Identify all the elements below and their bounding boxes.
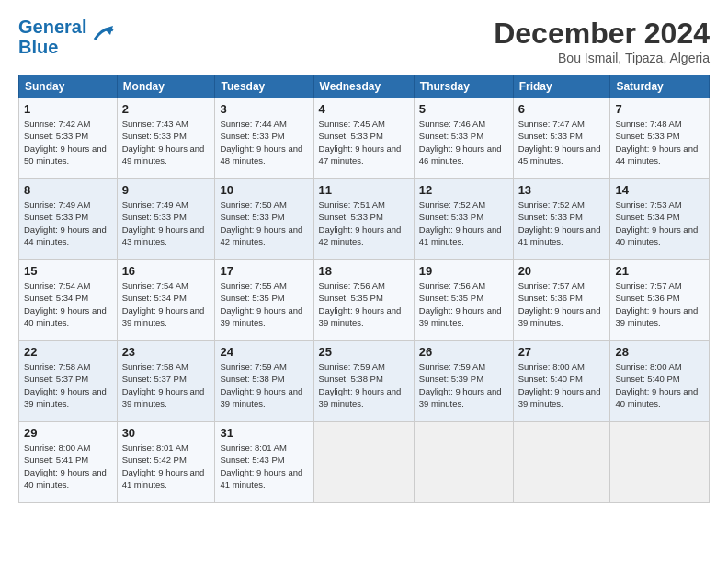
day-info: Sunrise: 7:54 AMSunset: 5:34 PMDaylight:… xyxy=(24,280,112,328)
calendar-cell: 27 Sunrise: 8:00 AMSunset: 5:40 PMDaylig… xyxy=(513,341,610,422)
day-info: Sunrise: 7:53 AMSunset: 5:34 PMDaylight:… xyxy=(615,199,704,247)
day-number: 21 xyxy=(615,264,704,278)
day-number: 9 xyxy=(122,183,210,197)
day-number: 3 xyxy=(220,102,308,116)
calendar-cell xyxy=(610,422,710,503)
calendar-body: 1 Sunrise: 7:42 AMSunset: 5:33 PMDayligh… xyxy=(19,98,710,503)
calendar-cell xyxy=(513,422,610,503)
week-row-5: 29 Sunrise: 8:00 AMSunset: 5:41 PMDaylig… xyxy=(19,422,710,503)
week-row-1: 1 Sunrise: 7:42 AMSunset: 5:33 PMDayligh… xyxy=(19,98,710,179)
week-row-2: 8 Sunrise: 7:49 AMSunset: 5:33 PMDayligh… xyxy=(19,179,710,260)
calendar-cell: 9 Sunrise: 7:49 AMSunset: 5:33 PMDayligh… xyxy=(117,179,215,260)
calendar-cell: 30 Sunrise: 8:01 AMSunset: 5:42 PMDaylig… xyxy=(117,422,215,503)
day-number: 20 xyxy=(518,264,606,278)
calendar-cell: 16 Sunrise: 7:54 AMSunset: 5:34 PMDaylig… xyxy=(117,260,215,341)
calendar-cell: 29 Sunrise: 8:00 AMSunset: 5:41 PMDaylig… xyxy=(19,422,118,503)
day-number: 30 xyxy=(122,426,210,440)
day-number: 5 xyxy=(419,102,508,116)
header-friday: Friday xyxy=(513,75,610,98)
day-info: Sunrise: 7:57 AMSunset: 5:36 PMDaylight:… xyxy=(615,280,704,328)
day-info: Sunrise: 7:57 AMSunset: 5:36 PMDaylight:… xyxy=(518,280,606,328)
day-info: Sunrise: 7:51 AMSunset: 5:33 PMDaylight:… xyxy=(319,199,409,247)
calendar-cell: 21 Sunrise: 7:57 AMSunset: 5:36 PMDaylig… xyxy=(610,260,710,341)
day-info: Sunrise: 7:49 AMSunset: 5:33 PMDaylight:… xyxy=(122,199,210,247)
day-number: 25 xyxy=(319,345,409,359)
day-number: 19 xyxy=(419,264,508,278)
day-info: Sunrise: 8:00 AMSunset: 5:40 PMDaylight:… xyxy=(518,361,606,409)
header: General Blue December 2024 Bou Ismail, T… xyxy=(18,17,710,65)
week-row-3: 15 Sunrise: 7:54 AMSunset: 5:34 PMDaylig… xyxy=(19,260,710,341)
calendar-cell: 28 Sunrise: 8:00 AMSunset: 5:40 PMDaylig… xyxy=(610,341,710,422)
title-block: December 2024 Bou Ismail, Tipaza, Algeri… xyxy=(494,17,710,65)
day-number: 18 xyxy=(319,264,409,278)
page: General Blue December 2024 Bou Ismail, T… xyxy=(0,0,728,512)
day-number: 27 xyxy=(518,345,606,359)
day-number: 22 xyxy=(24,345,112,359)
day-info: Sunrise: 7:52 AMSunset: 5:33 PMDaylight:… xyxy=(419,199,508,247)
day-number: 28 xyxy=(615,345,704,359)
day-info: Sunrise: 8:00 AMSunset: 5:40 PMDaylight:… xyxy=(615,361,704,409)
header-tuesday: Tuesday xyxy=(215,75,313,98)
calendar-cell: 22 Sunrise: 7:58 AMSunset: 5:37 PMDaylig… xyxy=(19,341,118,422)
day-number: 6 xyxy=(518,102,606,116)
calendar-table: Sunday Monday Tuesday Wednesday Thursday… xyxy=(18,75,710,503)
day-number: 26 xyxy=(419,345,508,359)
header-wednesday: Wednesday xyxy=(313,75,414,98)
calendar-cell: 12 Sunrise: 7:52 AMSunset: 5:33 PMDaylig… xyxy=(414,179,513,260)
day-info: Sunrise: 7:59 AMSunset: 5:38 PMDaylight:… xyxy=(220,361,308,409)
logo-text: General Blue xyxy=(18,17,118,57)
day-number: 16 xyxy=(122,264,210,278)
day-info: Sunrise: 8:01 AMSunset: 5:42 PMDaylight:… xyxy=(122,442,210,490)
weekday-header-row: Sunday Monday Tuesday Wednesday Thursday… xyxy=(19,75,710,98)
calendar-cell: 7 Sunrise: 7:48 AMSunset: 5:33 PMDayligh… xyxy=(610,98,710,179)
day-number: 31 xyxy=(220,426,308,440)
day-number: 23 xyxy=(122,345,210,359)
calendar-cell: 18 Sunrise: 7:56 AMSunset: 5:35 PMDaylig… xyxy=(313,260,414,341)
day-number: 13 xyxy=(518,183,606,197)
day-info: Sunrise: 8:01 AMSunset: 5:43 PMDaylight:… xyxy=(220,442,308,490)
day-info: Sunrise: 7:42 AMSunset: 5:33 PMDaylight:… xyxy=(24,118,112,167)
logo: General Blue xyxy=(18,17,118,57)
calendar-cell: 13 Sunrise: 7:52 AMSunset: 5:33 PMDaylig… xyxy=(513,179,610,260)
calendar-cell: 2 Sunrise: 7:43 AMSunset: 5:33 PMDayligh… xyxy=(117,98,215,179)
calendar-cell: 11 Sunrise: 7:51 AMSunset: 5:33 PMDaylig… xyxy=(313,179,414,260)
location-subtitle: Bou Ismail, Tipaza, Algeria xyxy=(494,51,710,65)
day-number: 2 xyxy=(122,102,210,116)
calendar-cell: 5 Sunrise: 7:46 AMSunset: 5:33 PMDayligh… xyxy=(414,98,513,179)
day-info: Sunrise: 7:47 AMSunset: 5:33 PMDaylight:… xyxy=(518,118,606,167)
day-info: Sunrise: 7:56 AMSunset: 5:35 PMDaylight:… xyxy=(419,280,508,328)
day-number: 12 xyxy=(419,183,508,197)
day-info: Sunrise: 7:54 AMSunset: 5:34 PMDaylight:… xyxy=(122,280,210,328)
day-number: 17 xyxy=(220,264,308,278)
calendar-cell: 23 Sunrise: 7:58 AMSunset: 5:37 PMDaylig… xyxy=(117,341,215,422)
calendar-cell: 31 Sunrise: 8:01 AMSunset: 5:43 PMDaylig… xyxy=(215,422,313,503)
day-info: Sunrise: 7:46 AMSunset: 5:33 PMDaylight:… xyxy=(419,118,508,167)
calendar-cell: 20 Sunrise: 7:57 AMSunset: 5:36 PMDaylig… xyxy=(513,260,610,341)
day-info: Sunrise: 7:43 AMSunset: 5:33 PMDaylight:… xyxy=(122,118,210,167)
calendar-cell: 4 Sunrise: 7:45 AMSunset: 5:33 PMDayligh… xyxy=(313,98,414,179)
calendar-cell xyxy=(414,422,513,503)
calendar-cell: 25 Sunrise: 7:59 AMSunset: 5:38 PMDaylig… xyxy=(313,341,414,422)
day-number: 10 xyxy=(220,183,308,197)
header-sunday: Sunday xyxy=(19,75,118,98)
day-info: Sunrise: 7:50 AMSunset: 5:33 PMDaylight:… xyxy=(220,199,308,247)
logo-icon xyxy=(90,21,118,49)
day-info: Sunrise: 7:59 AMSunset: 5:39 PMDaylight:… xyxy=(419,361,508,409)
calendar-cell xyxy=(313,422,414,503)
day-number: 11 xyxy=(319,183,409,197)
day-info: Sunrise: 8:00 AMSunset: 5:41 PMDaylight:… xyxy=(24,442,112,490)
day-number: 14 xyxy=(615,183,704,197)
calendar-cell: 26 Sunrise: 7:59 AMSunset: 5:39 PMDaylig… xyxy=(414,341,513,422)
calendar-cell: 3 Sunrise: 7:44 AMSunset: 5:33 PMDayligh… xyxy=(215,98,313,179)
day-info: Sunrise: 7:58 AMSunset: 5:37 PMDaylight:… xyxy=(122,361,210,409)
calendar-cell: 8 Sunrise: 7:49 AMSunset: 5:33 PMDayligh… xyxy=(19,179,118,260)
day-info: Sunrise: 7:55 AMSunset: 5:35 PMDaylight:… xyxy=(220,280,308,328)
header-thursday: Thursday xyxy=(414,75,513,98)
day-number: 4 xyxy=(319,102,409,116)
calendar-cell: 19 Sunrise: 7:56 AMSunset: 5:35 PMDaylig… xyxy=(414,260,513,341)
day-info: Sunrise: 7:56 AMSunset: 5:35 PMDaylight:… xyxy=(319,280,409,328)
calendar-cell: 1 Sunrise: 7:42 AMSunset: 5:33 PMDayligh… xyxy=(19,98,118,179)
month-title: December 2024 xyxy=(494,17,710,51)
day-number: 29 xyxy=(24,426,112,440)
calendar-cell: 14 Sunrise: 7:53 AMSunset: 5:34 PMDaylig… xyxy=(610,179,710,260)
